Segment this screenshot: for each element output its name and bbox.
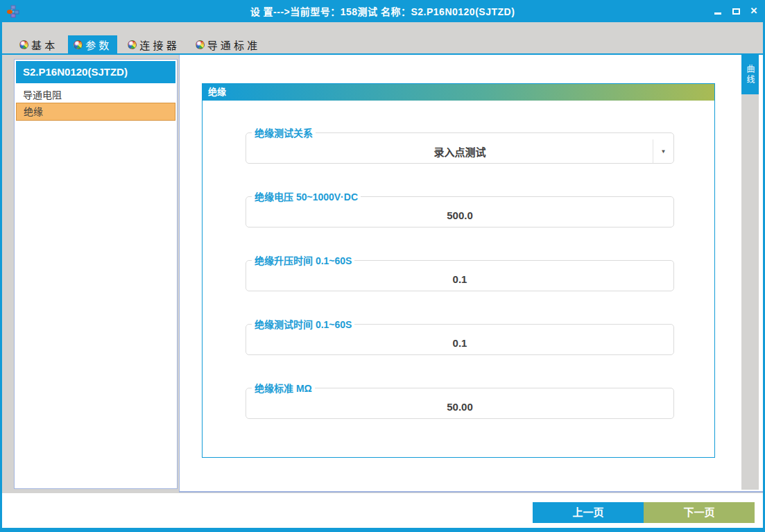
tab-label: 连 接 器 [139,37,176,52]
sidebar-item-conduction-resistance[interactable]: 导通电阻 [16,87,175,103]
field-label: 绝缘标准 MΩ [252,381,315,395]
main-panel: 曲线 绝缘 绝缘测试关系 录入点测试 ▼ 绝缘电压 50~1000V·DC 50… [179,53,763,492]
minimize-button[interactable] [714,7,722,15]
test-time-input[interactable]: 0.1 [246,331,673,354]
close-icon: ✕ [750,7,758,15]
field-label: 绝缘电压 50~1000V·DC [252,189,361,203]
insulation-standard-field: 绝缘标准 MΩ 50.00 [246,381,674,419]
insulation-voltage-input[interactable]: 500.0 [246,203,673,227]
title-bar[interactable]: 设 置--->当前型号：158测试 名称：S2.P16N0120(SJTZD) … [0,0,765,22]
insulation-groupbox: 绝缘 绝缘测试关系 录入点测试 ▼ 绝缘电压 50~1000V·DC 500.0… [202,83,715,458]
footer-bar: 上一页 下一页 [2,493,763,528]
sidebar-item-insulation[interactable]: 绝缘 [16,103,175,121]
client-area: 基 本 参 数 连 接 器 导 通 标 准 S2.P16N0120(SJTZD)… [2,22,763,528]
tab-label: 参 数 [85,37,109,52]
tab-label: 基 本 [31,37,55,52]
tab-strip: 基 本 参 数 连 接 器 导 通 标 准 [14,35,270,53]
window-title: 设 置--->当前型号：158测试 名称：S2.P16N0120(SJTZD) [0,4,765,18]
insulation-standard-input[interactable]: 50.00 [246,395,673,418]
next-page-button[interactable]: 下一页 [644,502,755,523]
dropdown-button[interactable]: ▼ [653,139,673,163]
window-controls: ✕ [714,0,758,22]
field-label: 绝缘升压时间 0.1~60S [252,253,354,267]
app-diagram-icon [5,3,22,19]
field-label: 绝缘测试关系 [252,126,316,139]
close-button[interactable]: ✕ [750,7,758,15]
tab-parameters[interactable]: 参 数 [68,35,117,53]
sidebar-item-model[interactable]: S2.P16N0120(SJTZD) [16,61,175,83]
tab-ball-icon [196,40,205,49]
model-sidebar: S2.P16N0120(SJTZD) 导通电阻 绝缘 [14,59,178,489]
tab-underline [2,53,763,55]
maximize-button[interactable] [732,7,740,15]
previous-page-button[interactable]: 上一页 [533,502,644,523]
tab-conduction-standard[interactable]: 导 通 标 准 [190,35,266,53]
ramp-up-time-input[interactable]: 0.1 [246,267,673,291]
tab-label: 导 通 标 准 [207,37,258,52]
settings-window: 设 置--->当前型号：158测试 名称：S2.P16N0120(SJTZD) … [0,0,765,532]
curve-side-tab[interactable]: 曲线 [741,55,759,94]
ramp-up-time-field: 绝缘升压时间 0.1~60S 0.1 [246,253,674,291]
tab-ball-icon [19,40,28,49]
insulation-test-relation-combobox[interactable]: 录入点测试 [246,139,673,163]
field-label: 绝缘测试时间 0.1~60S [252,317,354,331]
tab-ball-icon [74,40,83,49]
tab-ball-icon [128,40,137,49]
tab-basic[interactable]: 基 本 [14,35,63,53]
collapsed-side-panel [741,55,759,490]
chevron-down-icon: ▼ [661,148,667,155]
groupbox-header: 绝缘 [203,84,714,101]
insulation-test-relation-field: 绝缘测试关系 录入点测试 ▼ [246,126,674,164]
maximize-icon [732,8,740,15]
minimize-icon [714,12,721,15]
tab-connector[interactable]: 连 接 器 [122,35,184,53]
test-time-field: 绝缘测试时间 0.1~60S 0.1 [246,317,674,355]
insulation-voltage-field: 绝缘电压 50~1000V·DC 500.0 [246,189,674,228]
